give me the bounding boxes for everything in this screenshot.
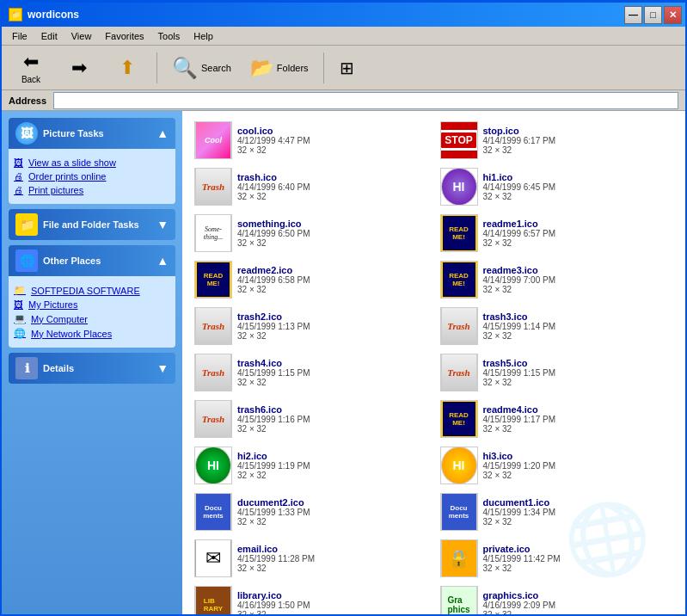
- file-item[interactable]: Trash trash4.ico 4/15/1999 1:15 PM 32 × …: [189, 350, 433, 395]
- file-item[interactable]: 🔒 private.ico 4/15/1999 11:42 PM 32 × 32: [435, 536, 679, 581]
- file-item[interactable]: README! readme4.ico 4/15/1999 1:17 PM 32…: [435, 397, 679, 441]
- file-item[interactable]: README! readme2.ico 4/14/1999 6:58 PM 32…: [189, 257, 433, 302]
- maximize-button[interactable]: □: [644, 6, 662, 24]
- file-item[interactable]: HI hi3.ico 4/15/1999 1:20 PM 32 × 32: [435, 443, 679, 488]
- sidebar: 🖼 Picture Tasks ▲ 🖼 View as a slide show…: [2, 111, 182, 614]
- file-name: graphics.ico: [483, 590, 556, 601]
- file-item[interactable]: Trash trash6.ico 4/15/1999 1:16 PM 32 × …: [189, 397, 433, 441]
- minimize-button[interactable]: —: [624, 6, 642, 24]
- window-icon: 📁: [9, 8, 22, 22]
- print-pictures-link[interactable]: 🖨 Print pictures: [14, 183, 170, 197]
- file-date: 4/15/1999 1:34 PM: [483, 508, 556, 517]
- my-pictures-link[interactable]: 🖼 My Pictures: [14, 298, 170, 311]
- file-info: hi2.ico 4/15/1999 1:19 PM 32 × 32: [237, 451, 310, 480]
- file-info: trash4.ico 4/15/1999 1:15 PM 32 × 32: [237, 358, 310, 387]
- menu-view[interactable]: View: [64, 29, 99, 43]
- menu-edit[interactable]: Edit: [34, 29, 64, 43]
- file-info: readme2.ico 4/14/1999 6:58 PM 32 × 32: [237, 265, 310, 294]
- other-places-panel: 🌐 Other Places ▲ 📁 SOFTPEDIA SOFTWARE 🖼 …: [9, 245, 175, 348]
- details-header[interactable]: ℹ Details ▼: [9, 353, 175, 384]
- picture-tasks-panel: 🖼 Picture Tasks ▲ 🖼 View as a slide show…: [9, 118, 175, 204]
- file-size: 32 × 32: [237, 331, 310, 341]
- print-pictures-label: Print pictures: [28, 185, 83, 195]
- file-item[interactable]: Documents ducument1.ico 4/15/1999 1:34 P…: [435, 490, 679, 534]
- menu-favorites[interactable]: Favorites: [98, 29, 150, 43]
- slideshow-link[interactable]: 🖼 View as a slide show: [14, 156, 170, 169]
- file-name: trash5.ico: [483, 358, 556, 368]
- file-thumbnail: README!: [440, 261, 478, 299]
- back-button[interactable]: ⬅ Back: [9, 49, 53, 87]
- file-item[interactable]: Some-thing... something.ico 4/14/1999 6:…: [189, 211, 433, 256]
- address-bar: Address: [2, 90, 685, 111]
- file-thumbnail: HI: [194, 447, 232, 484]
- views-button[interactable]: ⊞: [331, 49, 364, 87]
- file-item[interactable]: ✉ email.ico 4/15/1999 11:28 PM 32 × 32: [189, 536, 433, 581]
- forward-button[interactable]: ➡: [57, 49, 101, 87]
- search-button[interactable]: 🔍 Search: [164, 49, 239, 87]
- file-folder-header-left: 📁 File and Folder Tasks: [15, 213, 139, 236]
- file-folder-tasks-header[interactable]: 📁 File and Folder Tasks ▼: [9, 209, 175, 240]
- file-info: readme3.ico 4/14/1999 7:00 PM 32 × 32: [483, 265, 556, 294]
- folders-button[interactable]: 📂 Folders: [242, 49, 316, 87]
- menu-tools[interactable]: Tools: [151, 29, 187, 43]
- other-places-header[interactable]: 🌐 Other Places ▲: [9, 245, 175, 276]
- close-button[interactable]: ✕: [664, 6, 682, 24]
- file-item[interactable]: Cool cool.ico 4/12/1999 4:47 PM 32 × 32: [189, 118, 433, 163]
- details-label: Details: [43, 363, 74, 373]
- file-thumbnail: Documents: [194, 493, 232, 531]
- file-item[interactable]: STOP stop.ico 4/14/1999 6:17 PM 32 × 32: [435, 118, 679, 163]
- file-info: library.ico 4/16/1999 1:50 PM 32 × 32: [237, 590, 310, 614]
- other-places-body: 📁 SOFTPEDIA SOFTWARE 🖼 My Pictures 💻 My …: [9, 276, 175, 348]
- file-size: 32 × 32: [483, 424, 556, 434]
- file-date: 4/16/1999 2:09 PM: [483, 601, 556, 610]
- file-item[interactable]: Trash trash3.ico 4/15/1999 1:14 PM 32 × …: [435, 304, 679, 348]
- file-thumbnail: README!: [440, 214, 478, 252]
- file-item[interactable]: Trash trash2.ico 4/15/1999 1:13 PM 32 × …: [189, 304, 433, 348]
- file-thumbnail: ✉: [194, 539, 232, 577]
- file-info: graphics.ico 4/16/1999 2:09 PM 32 × 32: [483, 590, 556, 614]
- file-item[interactable]: LIBRARY library.ico 4/16/1999 1:50 PM 32…: [189, 582, 433, 614]
- menu-help[interactable]: Help: [187, 29, 220, 43]
- file-item[interactable]: README! readme3.ico 4/14/1999 7:00 PM 32…: [435, 257, 679, 302]
- my-pictures-icon: 🖼: [14, 299, 23, 310]
- softpedia-icon: 📁: [14, 285, 26, 296]
- file-thumbnail: Trash: [194, 307, 232, 345]
- softpedia-link[interactable]: 📁 SOFTPEDIA SOFTWARE: [14, 283, 170, 298]
- details-header-left: ℹ Details: [15, 357, 74, 379]
- file-date: 4/14/1999 6:50 PM: [237, 229, 310, 238]
- file-size: 32 × 32: [483, 238, 556, 248]
- file-date: 4/14/1999 7:00 PM: [483, 275, 556, 285]
- file-name: email.ico: [237, 544, 315, 554]
- picture-tasks-chevron: ▲: [156, 126, 169, 140]
- file-item[interactable]: README! readme1.ico 4/14/1999 6:57 PM 32…: [435, 211, 679, 256]
- up-button[interactable]: ⬆: [105, 49, 150, 87]
- file-size: 32 × 32: [483, 610, 556, 614]
- file-thumbnail: Trash: [194, 354, 232, 391]
- file-info: cool.ico 4/12/1999 4:47 PM 32 × 32: [237, 126, 310, 155]
- folders-icon: 📂: [250, 57, 273, 79]
- file-size: 32 × 32: [483, 517, 556, 527]
- file-item[interactable]: Documents ducument2.ico 4/15/1999 1:33 P…: [189, 490, 433, 534]
- my-network-places-link[interactable]: 🌐 My Network Places: [14, 326, 170, 341]
- menu-file[interactable]: File: [5, 29, 34, 43]
- file-item[interactable]: Graphics graphics.ico 4/16/1999 2:09 PM …: [435, 582, 679, 614]
- file-item[interactable]: HI hi1.ico 4/14/1999 6:45 PM 32 × 32: [435, 164, 679, 209]
- file-name: cool.ico: [237, 126, 310, 136]
- my-computer-link[interactable]: 💻 My Computer: [14, 311, 170, 326]
- file-info: trash3.ico 4/15/1999 1:14 PM 32 × 32: [483, 311, 556, 341]
- file-item[interactable]: Trash trash.ico 4/14/1999 6:40 PM 32 × 3…: [189, 164, 433, 209]
- file-item[interactable]: HI hi2.ico 4/15/1999 1:19 PM 32 × 32: [189, 443, 433, 488]
- address-input[interactable]: [53, 92, 678, 109]
- details-icon: ℹ: [15, 357, 38, 379]
- file-size: 32 × 32: [237, 564, 315, 573]
- menubar: File Edit View Favorites Tools Help: [2, 27, 685, 46]
- toolbar-sep-2: [323, 52, 324, 83]
- file-size: 32 × 32: [483, 192, 556, 201]
- file-item[interactable]: Trash trash5.ico 4/15/1999 1:15 PM 32 × …: [435, 350, 679, 395]
- file-info: email.ico 4/15/1999 11:28 PM 32 × 32: [237, 544, 315, 573]
- file-date: 4/15/1999 1:15 PM: [483, 368, 556, 378]
- file-folder-label: File and Folder Tasks: [43, 219, 139, 230]
- my-network-places-label: My Network Places: [31, 329, 112, 339]
- picture-tasks-header[interactable]: 🖼 Picture Tasks ▲: [9, 118, 175, 149]
- order-prints-link[interactable]: 🖨 Order prints online: [14, 169, 170, 183]
